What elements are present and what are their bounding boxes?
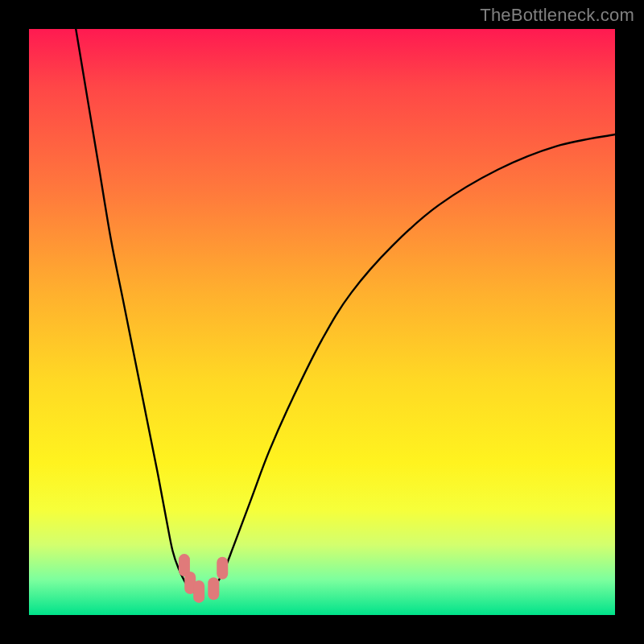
watermark-text: TheBottleneck.com	[480, 5, 634, 26]
plot-area	[29, 29, 615, 615]
optimum-marker	[193, 580, 204, 603]
optimum-marker	[208, 577, 219, 600]
marker-group	[179, 554, 228, 603]
curve-right-branch	[211, 134, 615, 592]
chart-svg	[29, 29, 615, 615]
curve-group	[76, 29, 615, 595]
optimum-marker	[217, 557, 228, 580]
curve-left-branch	[76, 29, 199, 595]
